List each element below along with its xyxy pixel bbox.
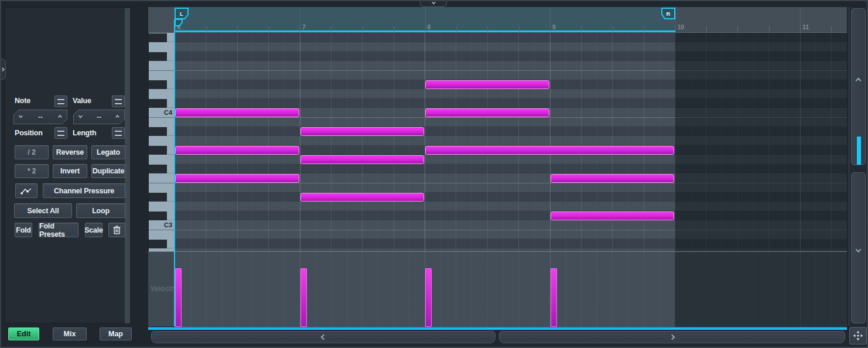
ruler-beat-tick (581, 26, 582, 32)
piano-key-white[interactable] (149, 248, 175, 251)
spinner-increment-icon[interactable] (115, 115, 119, 119)
note[interactable] (551, 211, 675, 220)
piano-key-black-cap (149, 127, 167, 136)
spinner-increment-icon[interactable] (58, 115, 62, 119)
note[interactable] (175, 174, 299, 183)
multiply-by-2-button[interactable]: * 2 (15, 164, 49, 178)
piano-key-white[interactable] (149, 136, 175, 145)
collapse-top-button[interactable] (420, 0, 447, 7)
horizontal-scroll-indicator[interactable] (148, 327, 847, 330)
chevron-down-icon (431, 1, 435, 5)
piano-key-black[interactable] (149, 211, 175, 220)
note-spinner-value: -- (38, 113, 43, 121)
tab-edit[interactable]: Edit (8, 327, 39, 340)
loop-button[interactable]: Loop (76, 203, 125, 218)
piano-key-white[interactable] (149, 202, 175, 211)
ruler-beat-tick (300, 26, 300, 32)
note-menu-button[interactable] (54, 95, 67, 107)
velocity-bar[interactable] (300, 268, 307, 327)
piano-key-white[interactable]: C3 (149, 220, 175, 230)
piano-key-white[interactable] (149, 70, 175, 80)
piano-key-white[interactable] (149, 155, 175, 164)
piano-key-white[interactable] (149, 61, 175, 70)
panel-collapse-handle[interactable] (0, 59, 6, 80)
value-menu-button[interactable] (112, 95, 125, 107)
piano-key-black[interactable] (149, 80, 175, 89)
piano-keyboard[interactable]: C4C3 (148, 33, 175, 251)
note[interactable] (425, 146, 674, 155)
outside-pattern-shade (675, 252, 847, 327)
note[interactable] (425, 108, 549, 117)
tab-mix[interactable]: Mix (53, 327, 87, 340)
duplicate-button[interactable]: Duplicate (91, 164, 125, 178)
ruler-beat-tick (644, 26, 644, 32)
piano-key-white[interactable] (149, 42, 175, 52)
length-menu-button[interactable] (112, 127, 125, 139)
note[interactable] (425, 80, 549, 89)
note[interactable] (300, 127, 425, 136)
scale-button[interactable]: Scale (85, 223, 102, 237)
ruler-beat-tick (737, 26, 738, 32)
ruler-beat-tick (425, 26, 426, 32)
piano-key-black[interactable] (149, 127, 175, 136)
piano-key-white[interactable] (149, 230, 175, 239)
delete-button[interactable] (108, 223, 125, 237)
note[interactable] (551, 174, 675, 183)
piano-key-white[interactable] (149, 89, 175, 98)
interpolate-curve-button[interactable] (15, 183, 37, 198)
piano-key-black[interactable] (149, 33, 175, 42)
pan-arrows-icon (852, 330, 864, 342)
vertical-scrollbar[interactable] (849, 7, 867, 326)
ruler-beat-tick (237, 26, 238, 32)
pan-view-button[interactable] (849, 327, 867, 344)
legato-button[interactable]: Legato (91, 145, 125, 159)
piano-key-black-cap (149, 99, 167, 108)
piano-key-black-cap (149, 33, 167, 42)
fold-button[interactable]: Fold (15, 223, 32, 237)
piano-key-white[interactable]: C4 (149, 108, 175, 117)
piano-key-black[interactable] (149, 164, 175, 173)
loop-end-flag[interactable]: R (661, 8, 675, 19)
select-all-button[interactable]: Select All (14, 203, 72, 218)
scroll-right-thumb[interactable] (499, 331, 845, 343)
piano-key-black[interactable] (149, 52, 175, 61)
curve-icon (20, 187, 33, 195)
velocity-bar[interactable] (425, 268, 432, 327)
vscroll-down-thumb[interactable] (851, 172, 866, 323)
chevron-right-icon (1, 67, 5, 71)
velocity-lane[interactable]: Velocity (148, 251, 847, 326)
channel-pressure-button[interactable]: Channel Pressure (43, 183, 125, 198)
position-menu-button[interactable] (54, 127, 67, 139)
velocity-lane-grid[interactable] (175, 252, 847, 327)
ruler-beat-tick (331, 26, 332, 32)
ruler-beat-tick (831, 26, 832, 32)
note-spinner[interactable]: -- (13, 110, 67, 124)
piano-key-white[interactable] (149, 117, 175, 127)
divide-by-2-button[interactable]: / 2 (15, 145, 49, 159)
spinner-decrement-icon[interactable] (19, 114, 23, 118)
note[interactable] (300, 193, 425, 202)
piano-key-white[interactable] (149, 173, 175, 183)
piano-key-white[interactable] (149, 183, 175, 192)
fold-presets-button[interactable]: Fold Presets (39, 223, 78, 237)
scroll-left-thumb[interactable] (151, 331, 495, 343)
loop-start-flag[interactable]: L (175, 8, 189, 19)
tab-map[interactable]: Map (100, 327, 132, 340)
note[interactable] (175, 146, 299, 155)
invert-button[interactable]: Invert (53, 164, 87, 178)
velocity-bar[interactable] (551, 268, 557, 327)
value-spinner[interactable]: -- (73, 110, 125, 124)
piano-key-black[interactable] (149, 192, 175, 202)
ruler-beat-tick (769, 26, 770, 32)
note[interactable] (300, 155, 425, 164)
reverse-button[interactable]: Reverse (53, 145, 87, 159)
note[interactable] (175, 108, 299, 117)
note-grid[interactable] (175, 33, 847, 251)
spinner-decrement-icon[interactable] (78, 114, 83, 118)
piano-key-black[interactable] (149, 98, 175, 108)
velocity-bar[interactable] (175, 268, 182, 327)
piano-key-black[interactable] (149, 239, 175, 248)
piano-key-black[interactable] (149, 145, 175, 155)
timeline-ruler[interactable]: 67891011 (148, 7, 847, 33)
ruler-beat-tick (394, 26, 394, 32)
